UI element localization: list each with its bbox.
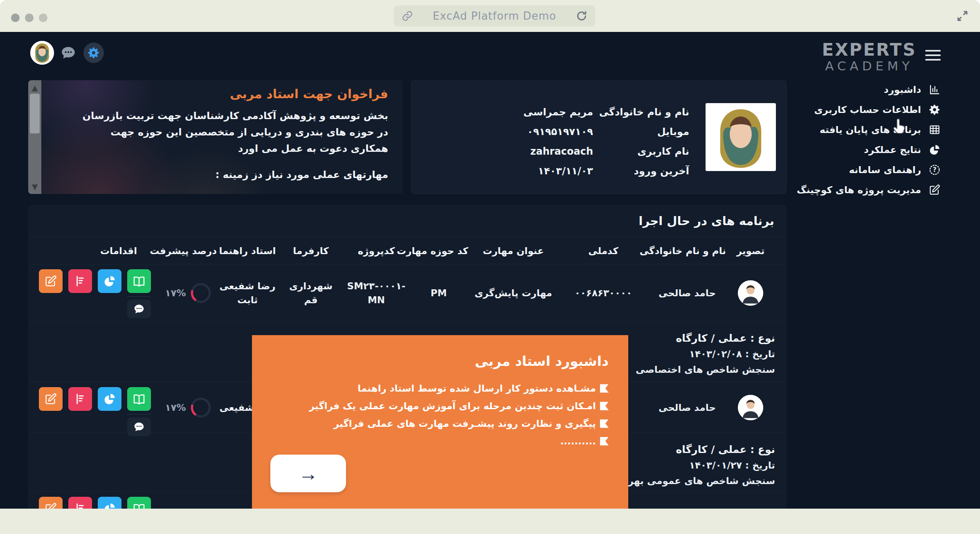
gear-icon: [87, 46, 100, 59]
chart-button[interactable]: [98, 269, 121, 293]
flag-icon: [600, 437, 609, 446]
announcement-body: فراخوان جهت استاد مربی بخش توسعه و پژوهش…: [41, 80, 403, 194]
brand-line1: EXPERTS: [802, 41, 937, 59]
profile-card: نام و نام خانوادگی مریم جمراسی موبایل ۰۹…: [411, 80, 787, 194]
page-title: ExcAd Platform Demo: [414, 10, 575, 22]
row-actions: [39, 387, 174, 436]
gear-icon: [928, 104, 941, 116]
svg-text:?: ?: [933, 166, 937, 173]
modal-bullet: مشـاهده دستور کار ارسال شده توسط استاد ر…: [272, 383, 609, 394]
question-icon: ?: [928, 164, 941, 176]
announcement-card: ▲ ▼ فراخوان جهت استاد مربی بخش توسعه و پ…: [28, 80, 403, 194]
chart-button[interactable]: [98, 497, 121, 509]
steps-list-button[interactable]: [68, 387, 92, 411]
steps-list-button[interactable]: [68, 497, 92, 509]
employer: شهرداریقم: [278, 279, 344, 307]
settings-button[interactable]: [83, 43, 104, 63]
flag-icon: [600, 384, 609, 393]
sidebar-item-system-guide[interactable]: ? راهنمای سامانه: [797, 160, 941, 180]
sidebar-item-finished-programs[interactable]: برنامه های پایان یافته: [797, 119, 941, 140]
edit-button[interactable]: [39, 269, 63, 293]
hamburger-menu-icon[interactable]: [925, 50, 941, 61]
sidebar-item-performance-results[interactable]: نتایج عملکرد: [797, 140, 941, 160]
comment-button[interactable]: [127, 300, 151, 318]
profile-fields: نام و نام خانوادگی مریم جمراسی موبایل ۰۹…: [458, 102, 689, 183]
book-button[interactable]: [127, 387, 151, 411]
announcement-text: بخش توسعه و پژوهش آکادمی کارشناسان جهت ت…: [78, 108, 388, 157]
profile-row-mobile: موبایل ۰۹۱۹۵۱۹۷۱۰۹: [458, 122, 689, 142]
scroll-up-icon[interactable]: ▲: [32, 83, 38, 92]
window-close-dot[interactable]: [11, 14, 20, 22]
flag-icon: [600, 402, 609, 410]
announcement-title: فراخوان جهت استاد مربی: [78, 87, 388, 101]
refresh-icon[interactable]: [575, 10, 588, 22]
modal-next-button[interactable]: →: [270, 455, 346, 492]
coach-dashboard-modal: داشبورد استاد مربی مشـاهده دستور کار ارس…: [252, 335, 628, 509]
project-code: SM۲۳-۰۰۰۱-MN: [344, 279, 409, 307]
trainee-avatar: [738, 395, 763, 420]
scrollbar-thumb[interactable]: [30, 94, 40, 133]
book-button[interactable]: [127, 497, 151, 509]
grid-icon: [928, 124, 941, 136]
user-avatar[interactable]: [30, 41, 54, 65]
fullscreen-icon[interactable]: [955, 9, 969, 23]
progress-gauge: [190, 397, 211, 418]
table-title: برنامه های در حال اجرا: [28, 205, 787, 237]
announcement-skills-label: مهارتهای عملی مورد نیاز دز زمینه :: [78, 169, 388, 180]
messages-icon[interactable]: [61, 45, 76, 61]
link-icon: [401, 10, 414, 22]
modal-bullet: پیگیری و نظارت روند پیشـرفت مهارت های عم…: [272, 418, 609, 429]
sidebar-item-dashboard[interactable]: داشبورد: [797, 79, 941, 99]
profile-photo: [706, 103, 776, 171]
arrow-right-icon: →: [299, 462, 318, 485]
chart-button[interactable]: [98, 387, 121, 411]
profile-row-username: نام کاربری zahracoach: [458, 142, 689, 161]
modal-title: داشبورد استاد مربی: [272, 353, 609, 369]
sidebar-item-coaching-projects[interactable]: مدیریت پروژه های کوچینگ: [797, 180, 941, 200]
sidebar-item-account-info[interactable]: اطلاعات حساب کاربری: [797, 99, 941, 119]
app-page: EXPERTS ACADEMY داشبورد اطلاعات حساب کار…: [0, 32, 980, 509]
browser-chrome: ExcAd Platform Demo: [0, 0, 980, 32]
comment-tile-wrap: [127, 296, 151, 318]
edit-icon: [928, 184, 941, 196]
national-code: ۰۰۶۸۶۳۰۰۰۰: [558, 286, 648, 300]
skill-title: مهارت پایش‌گری: [468, 286, 558, 300]
modal-bullet: ..........: [272, 436, 609, 446]
url-bar[interactable]: ExcAd Platform Demo: [394, 5, 595, 27]
window-minimize-dot[interactable]: [25, 14, 34, 22]
sidebar-nav: داشبورد اطلاعات حساب کاربری برنامه های پ…: [797, 79, 941, 200]
skill-domain-code: PM: [409, 286, 468, 300]
book-button[interactable]: [127, 269, 151, 293]
table-header-row: تصویر نام و نام خانوادگی کدملی عنوان مها…: [28, 237, 787, 264]
trainee-avatar: [738, 280, 763, 306]
flag-icon: [600, 419, 609, 428]
trainee-name: حامد صالحی: [648, 286, 726, 300]
table-row: حامد صالحی ۰۰۶۸۶۳۰۰۰۰ مهارت پایش‌گری PM …: [28, 264, 787, 322]
trainee-name: حامد صالحی: [648, 401, 726, 415]
progress-gauge: [190, 282, 211, 304]
app-window: ExcAd Platform Demo EXPERTS ACADEMY: [0, 0, 980, 534]
bar-chart-icon: [928, 83, 941, 96]
scroll-down-icon[interactable]: ▼: [32, 182, 38, 192]
profile-row-last-login: آخرین ورود ۱۴۰۳/۱۱/۰۳: [458, 161, 689, 181]
row-actions: [39, 269, 174, 318]
steps-list-button[interactable]: [68, 269, 92, 293]
modal-bullet: امـکان ثبت چندین مرحله برای آموزش مهارت …: [272, 401, 609, 411]
row-actions: [39, 497, 174, 509]
edit-button[interactable]: [39, 387, 63, 411]
pie-chart-icon: [928, 144, 941, 156]
profile-row-name: نام و نام خانوادگی مریم جمراسی: [458, 102, 689, 122]
mentor: رضا شفیعیثابت: [217, 279, 278, 307]
brand-logo: EXPERTS ACADEMY: [802, 41, 937, 73]
edit-button[interactable]: [39, 497, 63, 509]
window-zoom-dot[interactable]: [39, 14, 47, 22]
brand-line2: ACADEMY: [802, 59, 937, 73]
